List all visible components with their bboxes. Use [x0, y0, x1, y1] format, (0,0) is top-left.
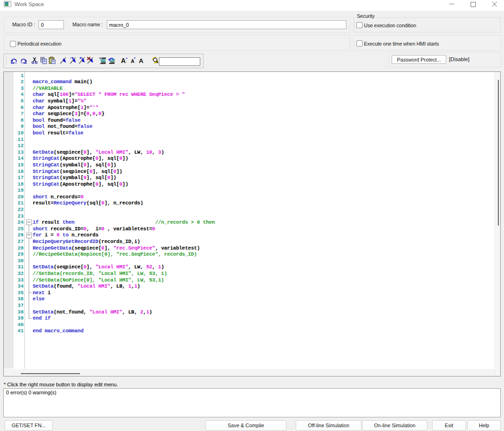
svg-text:A: A — [139, 57, 143, 64]
svg-text:A: A — [131, 58, 134, 64]
svg-text:A: A — [121, 57, 126, 64]
